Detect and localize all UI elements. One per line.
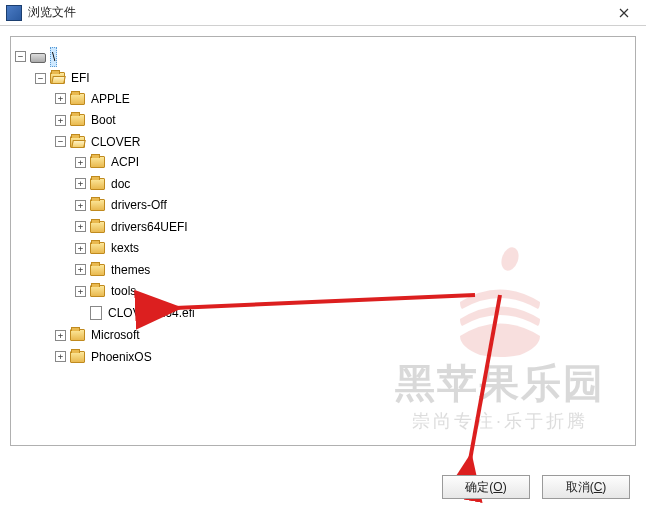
tree-item-label: tools (109, 282, 138, 300)
expand-icon[interactable]: + (75, 243, 86, 254)
tree-tools-row[interactable]: + tools (75, 282, 138, 300)
tree-kexts-row[interactable]: + kexts (75, 239, 141, 257)
tree-root-label[interactable]: \ (50, 47, 57, 67)
tree-item-label: CLOVER (89, 133, 142, 151)
tree-drivers64-row[interactable]: + drivers64UEFI (75, 218, 190, 236)
folder-icon (70, 329, 85, 341)
ok-button[interactable]: 确定(O) (442, 475, 530, 499)
expand-icon[interactable]: + (75, 264, 86, 275)
tree-item-label: drivers-Off (109, 196, 169, 214)
expand-icon[interactable]: + (55, 351, 66, 362)
tree-doc-row[interactable]: + doc (75, 175, 132, 193)
tree-themes-row[interactable]: + themes (75, 261, 152, 279)
folder-icon (70, 114, 85, 126)
watermark-title: 黑苹果乐园 (395, 363, 605, 403)
watermark-subtitle: 崇尚专注·乐于折腾 (395, 409, 605, 433)
folder-icon (90, 199, 105, 211)
file-tree: − \ − EFI + A (15, 45, 631, 369)
ok-label-pre: 确定( (465, 480, 493, 494)
tree-item-label: Microsoft (89, 326, 142, 344)
window-title: 浏览文件 (28, 4, 76, 21)
tree-phoenix-row[interactable]: + PhoenixOS (55, 348, 154, 366)
expand-icon[interactable]: + (75, 200, 86, 211)
tree-item-label: kexts (109, 239, 141, 257)
tree-item-label: drivers64UEFI (109, 218, 190, 236)
folder-icon (90, 221, 105, 233)
button-bar: 确定(O) 取消(C) (442, 475, 630, 499)
collapse-icon[interactable]: − (35, 73, 46, 84)
tree-boot-row[interactable]: + Boot (55, 111, 118, 129)
folder-open-icon (50, 72, 65, 84)
file-icon (90, 306, 102, 320)
folder-icon (90, 178, 105, 190)
cancel-label-pre: 取消( (566, 480, 594, 494)
ok-hotkey: O (493, 480, 502, 494)
ok-label-post: ) (503, 480, 507, 494)
expand-icon[interactable]: + (75, 178, 86, 189)
tree-item-label: ACPI (109, 153, 141, 171)
folder-open-icon (70, 136, 85, 148)
tree-microsoft-row[interactable]: + Microsoft (55, 326, 142, 344)
close-button[interactable] (601, 0, 646, 26)
expand-icon[interactable]: + (55, 115, 66, 126)
tree-acpi-row[interactable]: + ACPI (75, 153, 141, 171)
app-icon (6, 5, 22, 21)
folder-icon (90, 242, 105, 254)
tree-driversoff-row[interactable]: + drivers-Off (75, 196, 169, 214)
expand-icon[interactable]: + (75, 221, 86, 232)
folder-icon (90, 156, 105, 168)
titlebar: 浏览文件 (0, 0, 646, 26)
expand-icon[interactable]: + (55, 330, 66, 341)
tree-item-label: CLOVERX64.efi (106, 304, 197, 322)
tree-item-label: themes (109, 261, 152, 279)
cancel-button[interactable]: 取消(C) (542, 475, 630, 499)
expand-icon[interactable]: + (75, 157, 86, 168)
folder-icon (90, 264, 105, 276)
tree-item-label: EFI (69, 69, 92, 87)
tree-item-label: PhoenixOS (89, 348, 154, 366)
cancel-label-post: ) (602, 480, 606, 494)
collapse-icon[interactable]: − (15, 51, 26, 62)
expand-icon[interactable]: + (75, 286, 86, 297)
tree-clover-row[interactable]: − CLOVER (55, 133, 142, 151)
tree-item-label: Boot (89, 111, 118, 129)
expand-icon[interactable]: + (55, 93, 66, 104)
folder-icon (70, 351, 85, 363)
tree-container[interactable]: − \ − EFI + A (10, 36, 636, 446)
tree-root-row[interactable]: − \ (15, 47, 57, 67)
tree-efi-row[interactable]: − EFI (35, 69, 92, 87)
tree-apple-row[interactable]: + APPLE (55, 90, 132, 108)
no-expander: . (75, 307, 86, 318)
folder-icon (70, 93, 85, 105)
drive-icon (30, 53, 46, 63)
tree-item-label: APPLE (89, 90, 132, 108)
tree-cloverx64-row[interactable]: . CLOVERX64.efi (75, 304, 197, 322)
folder-icon (90, 285, 105, 297)
collapse-icon[interactable]: − (55, 136, 66, 147)
tree-item-label: doc (109, 175, 132, 193)
close-icon (619, 8, 629, 18)
